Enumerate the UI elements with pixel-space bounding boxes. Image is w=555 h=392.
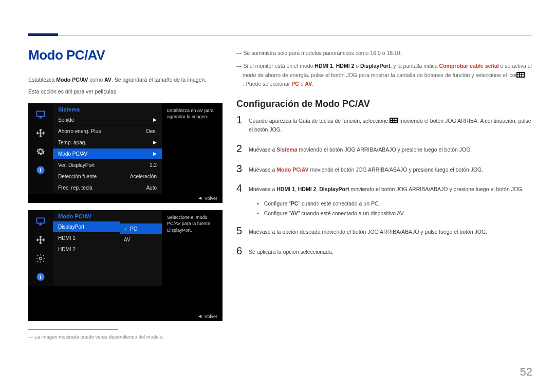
section-subtitle: Configuración de Modo PC/AV [236,99,532,109]
osd-menu-row: Sonido▶ [53,115,162,126]
intro-bold: AV [104,77,112,83]
osd-sub-label: AV [124,237,131,242]
osd-row-value: Des. [146,128,157,134]
footnote-text: ― La imagen mostrada puede variar depend… [28,334,223,340]
osd-row-value: Auto [146,185,157,191]
osd-screenshot-2: i Modo PC/AV DisplayPortHDMI 1HDMI 2 ✓PC… [28,210,223,321]
intro-text: Establezca Modo PC/AV como AV. Se agrand… [28,76,223,96]
step-red: Modo PC/AV [276,166,308,173]
osd-menu-row: HDMI 2 [53,244,120,255]
osd-footer-label: Volver [205,196,217,201]
osd-row-label: Temp. apag. [58,140,86,145]
footnote-content: La imagen mostrada puede variar dependie… [34,334,163,340]
osd-row-label: Frec. rep. tecla [58,185,92,191]
osd-menu-header: Modo PC/AV [53,210,120,221]
osd-icon-bar: i [28,103,53,194]
note-text: o [354,63,360,69]
note-text: Se suministra sólo para modelos panorámi… [243,50,401,56]
intro-text-part: como [88,77,105,83]
osd-icon-bar: i [28,210,53,286]
osd-footer-label: Volver [205,314,217,319]
svg-rect-10 [522,73,524,74]
svg-rect-12 [520,75,522,77]
svg-text:i: i [40,273,41,280]
step-6: 6 Se aplicará la opción seleccionada. [236,246,532,256]
osd-screenshot-1: i Sistema Sonido▶Ahorro energ. PlusDes.T… [28,103,223,203]
osd-menu-row: Ver. DisplayPort1.2 [53,160,162,171]
intro-text-part: Establezca [28,77,56,83]
info-icon: i [28,268,53,286]
step-text: Muévase a Sistema moviendo el botón JOG … [249,143,472,154]
left-column: Modo PC/AV Establezca Modo PC/AV como AV… [28,47,223,340]
header-rule-accent [28,33,58,36]
step-number: 4 [236,183,249,193]
osd-menu-row: Frec. rep. teclaAuto [53,182,162,194]
svg-rect-17 [395,119,397,120]
step-part: moviendo el botón JOG ARRIBA/ABAJO y pre… [349,186,524,192]
monitor-icon [28,105,53,124]
gear-icon [28,142,53,161]
bullet-item: Configure "PC" cuando esté conectado a u… [257,199,532,209]
osd-row-value: 1.2 [150,162,157,168]
osd-row-value: Aceleración [130,174,157,179]
step-number: 5 [236,226,249,236]
osd-row-label: Detección fuente [58,174,97,179]
osd-submenu-row: ✓PC [120,223,162,234]
osd-row-label: Ver. DisplayPort [58,162,95,168]
svg-text:i: i [40,166,41,173]
svg-rect-0 [37,111,45,116]
osd-menu-row: HDMI 1 [53,233,120,244]
osd-sub-label: PC [130,226,137,232]
osd-row-value: ▶ [153,117,157,122]
note-bold: DisplayPort [360,63,390,69]
intro-text-part: . Se agrandará el tamaño de la imagen. [112,77,206,83]
note-text: . [312,81,313,87]
bullet-part: " cuando esté conectado a un dispositivo… [298,210,405,216]
bullet-red: AV [291,210,298,216]
svg-rect-13 [522,75,524,77]
step-number: 6 [236,246,249,256]
footnote-divider [28,329,118,330]
info-icon: i [28,161,53,179]
triangle-left-icon: ◀ [198,314,201,319]
gear-icon [28,249,53,268]
page-number: 52 [520,365,532,379]
step-number: 2 [236,143,249,154]
osd-row-label: Modo PC/AV [58,151,87,157]
osd-row-label: Ahorro energ. Plus [58,128,101,134]
step-5: 5 Muévase a la opción deseada moviendo e… [236,226,532,236]
svg-rect-14 [390,118,398,123]
step-part: Muévase a [249,146,276,153]
dash-note-2: ― Si el monitor está en el modo HDMI 1, … [236,62,532,88]
note-text: , y la pantalla indica [390,63,439,69]
svg-rect-11 [517,75,519,77]
bullet-part: Configure " [264,210,291,216]
header-rule [28,35,532,35]
step-bold: DisplayPort [319,186,349,192]
step-number: 1 [236,115,249,125]
check-icon: ✓ [124,226,128,232]
note-text: Si el monitor está en el modo [243,63,314,69]
osd-menu-row: DisplayPort [53,221,120,233]
svg-point-4 [40,257,42,259]
svg-rect-3 [37,218,45,223]
step-red: Sistema [276,146,297,153]
svg-rect-8 [517,73,519,74]
step-number: 3 [236,163,249,174]
note-bold: HDMI 2 [336,63,355,69]
note-red: Comprobar cable señal [439,63,499,69]
step-part: Muévase a [249,166,276,173]
osd-row-label: Sonido [58,117,74,123]
svg-rect-16 [393,119,395,120]
osd-footer: ◀ Volver [28,312,223,321]
svg-rect-7 [516,72,525,78]
note-red: AV [305,81,312,87]
dash-note-1: ― Se suministra sólo para modelos panorá… [236,49,532,58]
svg-rect-19 [393,121,395,122]
bullet-list: Configure "PC" cuando esté conectado a u… [257,199,532,218]
step-text: Se aplicará la opción seleccionada. [249,246,334,256]
monitor-icon [28,212,53,231]
svg-rect-18 [391,121,392,122]
step-4: 4 Muévase a HDMI 1, HDMI 2, DisplayPort … [236,183,532,194]
osd-menu-list: Modo PC/AV DisplayPortHDMI 1HDMI 2 [53,210,120,286]
